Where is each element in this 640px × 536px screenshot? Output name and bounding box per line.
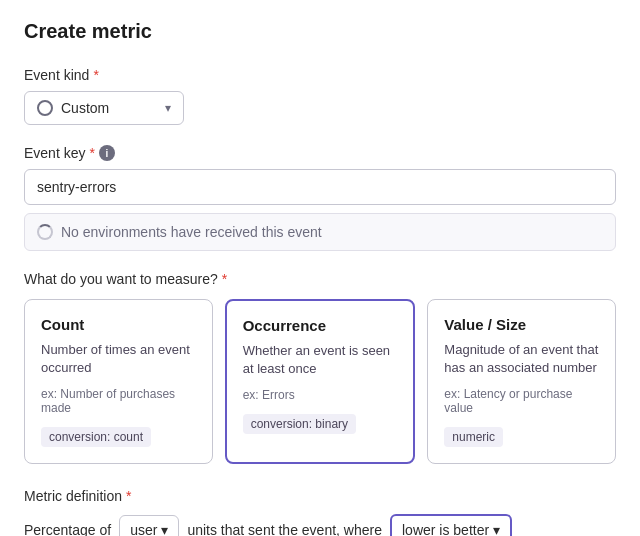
event-key-required: * <box>89 145 94 161</box>
event-key-label: Event key * i <box>24 145 616 161</box>
card-occurrence-desc: Whether an event is seen at least once <box>243 342 398 378</box>
card-value-example: ex: Latency or purchase value <box>444 387 599 415</box>
measure-question: What do you want to measure? * <box>24 271 616 287</box>
event-key-input[interactable] <box>24 169 616 205</box>
metric-def-required: * <box>126 488 131 504</box>
measure-cards-row: Count Number of times an event occurred … <box>24 299 616 464</box>
card-value-title: Value / Size <box>444 316 599 333</box>
card-occurrence-badge: conversion: binary <box>243 414 356 434</box>
event-key-section: Event key * i No environments have recei… <box>24 145 616 251</box>
event-key-info-icon[interactable]: i <box>99 145 115 161</box>
measure-question-text: What do you want to measure? <box>24 271 218 287</box>
direction-dropdown-value: lower is better <box>402 522 489 536</box>
metric-def-section: Metric definition * Percentage of user ▾… <box>24 488 616 536</box>
event-kind-chevron-icon: ▾ <box>165 101 171 115</box>
event-kind-value: Custom <box>61 100 109 116</box>
unit-dropdown[interactable]: user ▾ <box>119 515 179 536</box>
measure-section: What do you want to measure? * Count Num… <box>24 271 616 464</box>
card-value-desc: Magnitude of an event that has an associ… <box>444 341 599 377</box>
event-kind-circle-icon <box>37 100 53 116</box>
card-count-example: ex: Number of purchases made <box>41 387 196 415</box>
card-value-badge: numeric <box>444 427 503 447</box>
direction-dropdown[interactable]: lower is better ▾ <box>390 514 512 536</box>
card-count-desc: Number of times an event occurred <box>41 341 196 377</box>
metric-def-row: Percentage of user ▾ units that sent the… <box>24 514 616 536</box>
event-kind-label-text: Event kind <box>24 67 89 83</box>
card-count-title: Count <box>41 316 196 333</box>
page-title: Create metric <box>24 20 616 43</box>
event-key-label-text: Event key <box>24 145 85 161</box>
measure-card-value-size[interactable]: Value / Size Magnitude of an event that … <box>427 299 616 464</box>
card-count-badge: conversion: count <box>41 427 151 447</box>
measure-card-count[interactable]: Count Number of times an event occurred … <box>24 299 213 464</box>
metric-def-suffix: units that sent the event, where <box>187 522 382 536</box>
event-kind-section: Event kind * Custom ▾ <box>24 67 616 125</box>
measure-card-occurrence[interactable]: Occurrence Whether an event is seen at l… <box>225 299 416 464</box>
metric-def-label: Metric definition * <box>24 488 616 504</box>
spinner-icon <box>37 224 53 240</box>
metric-def-prefix: Percentage of <box>24 522 111 536</box>
measure-required: * <box>222 271 227 287</box>
event-kind-dropdown[interactable]: Custom ▾ <box>24 91 184 125</box>
metric-def-label-text: Metric definition <box>24 488 122 504</box>
direction-dropdown-chevron: ▾ <box>493 522 500 536</box>
unit-dropdown-chevron: ▾ <box>161 522 168 536</box>
event-kind-label: Event kind * <box>24 67 616 83</box>
unit-dropdown-value: user <box>130 522 157 536</box>
event-kind-required: * <box>93 67 98 83</box>
no-env-info-row: No environments have received this event <box>24 213 616 251</box>
card-occurrence-title: Occurrence <box>243 317 398 334</box>
no-env-message: No environments have received this event <box>61 224 322 240</box>
card-occurrence-example: ex: Errors <box>243 388 398 402</box>
